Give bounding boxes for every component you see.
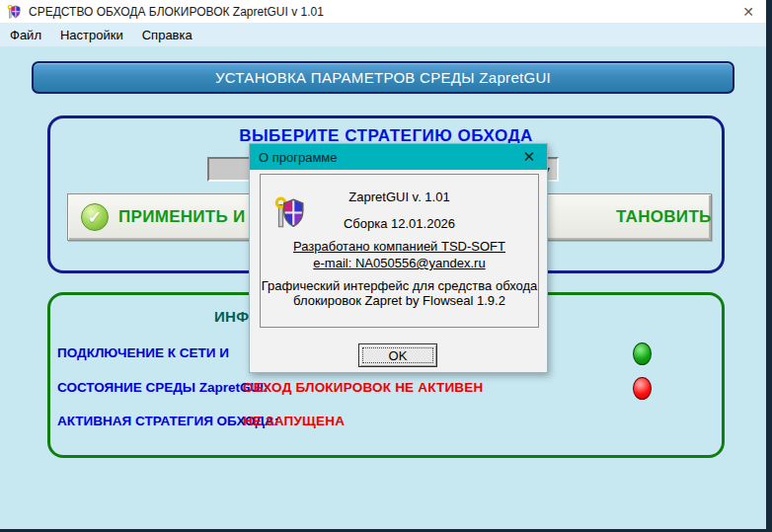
header-banner: УСТАНОВКА ПАРАМЕТРОВ СРЕДЫ ZapretGUI (32, 61, 734, 94)
about-dialog-title: О программе (259, 150, 338, 165)
about-dialog-titlebar[interactable]: О программе (250, 144, 547, 170)
network-label: ПОДКЛЮЧЕНИЕ К СЕТИ И (57, 345, 229, 360)
ok-button[interactable]: OK (358, 343, 437, 367)
app-window: СРЕДСТВО ОБХОДА БЛОКИРОВОК ZapretGUI v 1… (0, 0, 766, 529)
developer-link[interactable]: Разработано компанией TSD-SOFT (293, 239, 505, 254)
menu-item-help[interactable]: Справка (139, 26, 195, 44)
window-title: СРЕДСТВО ОБХОДА БЛОКИРОВОК ZapretGUI v 1… (29, 5, 324, 19)
about-app-name: ZapretGUI v. 1.01 (260, 190, 539, 204)
about-dialog: О программе ✕ Zap (249, 143, 548, 373)
title-bar: СРЕДСТВО ОБХОДА БЛОКИРОВОК ZapretGUI v 1… (0, 0, 766, 23)
menu-item-settings[interactable]: Настройки (57, 26, 126, 44)
desktop: СРЕДСТВО ОБХОДА БЛОКИРОВОК ZapretGUI v 1… (0, 0, 772, 532)
about-build: Сборка 12.01.2026 (260, 216, 539, 231)
window-close-icon[interactable]: ✕ (733, 0, 764, 23)
banner-label: УСТАНОВКА ПАРАМЕТРОВ СРЕДЫ ZapretGUI (215, 69, 551, 86)
about-description-line1: Графический интерфейс для средства обход… (260, 278, 539, 293)
about-description-line2: блокировок Zapret by Flowseal 1.9.2 (260, 293, 539, 308)
email-link[interactable]: e-mail: NA050556@yandex.ru (313, 256, 485, 270)
stop-button-label: ТАНОВИТЬ (616, 207, 712, 227)
menu-item-file[interactable]: Файл (7, 26, 44, 44)
menu-bar: Файл Настройки Справка (0, 23, 766, 46)
about-dialog-close-icon[interactable]: ✕ (511, 144, 547, 170)
app-shield-icon (6, 4, 22, 20)
apply-button-label: ПРИМЕНИТЬ И З (118, 207, 262, 227)
check-icon: ✓ (81, 203, 109, 231)
info-header: ИНФ (214, 308, 249, 325)
env-state-label: СОСТОЯНИЕ СРЕДЫ ZapretGUI: (57, 380, 269, 395)
network-indicator-led (633, 342, 652, 365)
env-state-value: ОБХОД БЛОКИРОВОК НЕ АКТИВЕН (243, 380, 483, 395)
active-strategy-value: НЕ ЗАПУЩЕНА (243, 414, 345, 428)
env-state-indicator-led (633, 377, 652, 400)
